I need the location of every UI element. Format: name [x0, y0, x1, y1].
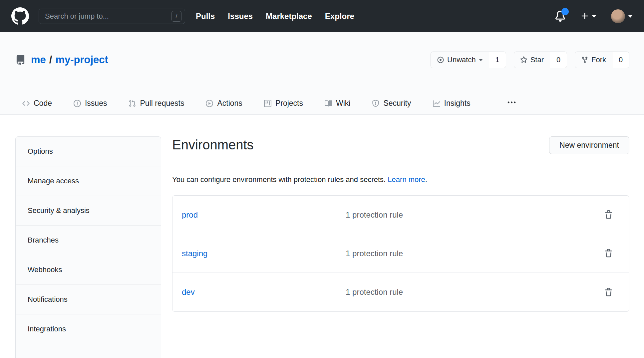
settings-sidebar: Options Manage access Security & analysi… — [15, 136, 161, 358]
header-right-controls — [555, 9, 633, 23]
sidebar-item-branches[interactable]: Branches — [16, 226, 161, 255]
nav-explore[interactable]: Explore — [325, 12, 354, 21]
repo-title-row: me / my-project Unwatch 1 Star 0 — [15, 52, 629, 68]
issue-opened-icon — [74, 100, 81, 107]
environments-description: You can configure environments with prot… — [172, 175, 629, 184]
project-icon — [264, 100, 271, 107]
repo-social-actions: Unwatch 1 Star 0 Fork 0 — [431, 52, 629, 68]
environment-row: staging 1 protection rule — [172, 234, 629, 273]
play-icon — [206, 100, 213, 107]
protection-rule-count: 1 protection rule — [346, 210, 604, 220]
unwatch-button[interactable]: Unwatch — [431, 52, 489, 68]
nav-issues[interactable]: Issues — [228, 12, 253, 21]
shield-icon — [372, 100, 379, 107]
slash-shortcut-key: / — [171, 11, 181, 22]
eye-icon — [437, 56, 444, 64]
environments-list: prod 1 protection rule staging 1 protect… — [172, 195, 629, 312]
trash-icon — [604, 210, 613, 219]
protection-rule-count: 1 protection rule — [346, 249, 604, 258]
sidebar-item-partial — [16, 344, 161, 358]
fork-icon — [581, 56, 588, 64]
tab-projects[interactable]: Projects — [257, 95, 310, 111]
top-header: / Pulls Issues Marketplace Explore — [0, 0, 644, 32]
top-nav: Pulls Issues Marketplace Explore — [196, 12, 354, 21]
sidebar-item-notifications[interactable]: Notifications — [16, 285, 161, 314]
protection-rule-count: 1 protection rule — [346, 287, 604, 297]
tab-issues[interactable]: Issues — [67, 95, 114, 111]
fork-button[interactable]: Fork — [575, 52, 612, 68]
delete-environment-button[interactable] — [604, 210, 613, 219]
environment-link-prod[interactable]: prod — [182, 210, 198, 219]
graph-icon — [433, 100, 440, 107]
search-box: / — [39, 9, 185, 24]
environments-header: Environments New environment — [172, 136, 629, 154]
chevron-down-icon — [479, 59, 483, 61]
star-button[interactable]: Star — [514, 52, 550, 68]
star-icon — [520, 56, 527, 64]
sidebar-item-integrations[interactable]: Integrations — [16, 314, 161, 344]
nav-marketplace[interactable]: Marketplace — [266, 12, 312, 21]
environment-row: dev 1 protection rule — [172, 273, 629, 311]
sidebar-item-manage-access[interactable]: Manage access — [16, 166, 161, 196]
plus-icon — [580, 12, 589, 21]
tab-pull-requests[interactable]: Pull requests — [122, 95, 191, 111]
star-count[interactable]: 0 — [550, 52, 567, 68]
notifications-bell-button[interactable] — [555, 11, 566, 22]
tab-security[interactable]: Security — [365, 95, 418, 111]
environment-link-dev[interactable]: dev — [182, 287, 195, 296]
learn-more-link[interactable]: Learn more — [388, 175, 425, 184]
sidebar-item-webhooks[interactable]: Webhooks — [16, 255, 161, 285]
watch-count[interactable]: 1 — [489, 52, 506, 68]
star-button-group: Star 0 — [514, 52, 567, 68]
environment-link-staging[interactable]: staging — [182, 249, 207, 258]
trash-icon — [604, 249, 613, 258]
environment-row: prod 1 protection rule — [172, 196, 629, 234]
notification-dot — [561, 8, 569, 15]
github-logo-icon[interactable] — [11, 7, 29, 25]
repo-owner-link[interactable]: me — [31, 54, 46, 66]
search-input[interactable] — [39, 9, 185, 24]
breadcrumb-separator: / — [49, 54, 52, 66]
fork-count[interactable]: 0 — [612, 52, 629, 68]
kebab-horizontal-icon — [507, 98, 516, 107]
sidebar-item-options[interactable]: Options — [16, 137, 161, 166]
new-environment-button[interactable]: New environment — [549, 136, 629, 154]
git-pull-request-icon — [129, 100, 136, 107]
book-icon — [325, 100, 332, 107]
create-new-button[interactable] — [580, 12, 596, 21]
repo-tab-bar: Code Issues Pull requests Actions Projec… — [15, 95, 629, 114]
main-content-area: Options Manage access Security & analysi… — [0, 115, 644, 358]
sidebar-item-security-analysis[interactable]: Security & analysis — [16, 196, 161, 226]
tab-wiki[interactable]: Wiki — [318, 95, 357, 111]
repo-name-link[interactable]: my-project — [55, 54, 108, 66]
delete-environment-button[interactable] — [604, 249, 613, 258]
chevron-down-icon — [628, 15, 633, 18]
avatar — [611, 9, 625, 23]
delete-environment-button[interactable] — [604, 288, 613, 297]
trash-icon — [604, 288, 613, 297]
tab-insights[interactable]: Insights — [426, 95, 478, 111]
breadcrumb: me / my-project — [31, 54, 108, 66]
page-title: Environments — [172, 136, 254, 153]
user-menu-button[interactable] — [611, 9, 633, 23]
watch-button-group: Unwatch 1 — [431, 52, 506, 68]
nav-pulls[interactable]: Pulls — [196, 12, 215, 21]
tab-code[interactable]: Code — [15, 95, 59, 111]
tab-actions[interactable]: Actions — [199, 95, 249, 111]
header-divider — [172, 160, 629, 160]
environments-panel: Environments New environment You can con… — [172, 136, 629, 312]
repo-header: me / my-project Unwatch 1 Star 0 — [0, 32, 644, 115]
code-icon — [22, 100, 30, 107]
tabs-overflow-button[interactable] — [507, 98, 516, 108]
fork-button-group: Fork 0 — [575, 52, 629, 68]
repo-icon — [15, 55, 26, 65]
chevron-down-icon — [592, 15, 596, 18]
